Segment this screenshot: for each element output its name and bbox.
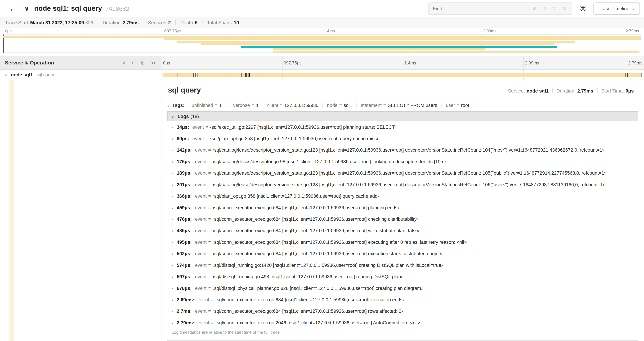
minimap-canvas[interactable] [3, 34, 641, 53]
log-marker-tick [245, 73, 245, 77]
log-row-chevron-icon: › [172, 308, 173, 314]
log-row[interactable]: ›495μs:event=‹sql/conn_executor_exec.go:… [167, 236, 638, 248]
span-accent-strip [10, 80, 14, 341]
log-field-value: ‹sql/distsql_running.go:498 [nsql1,clien… [212, 274, 402, 279]
summary-value: March 31 2022, 17:25:09 [30, 20, 84, 25]
equals-sign: = [206, 124, 208, 129]
logs-list: ›34μs:event=‹sql/exec_util.go:2297 [nsql… [167, 121, 638, 328]
search-focus-icon[interactable]: ⊕ [532, 6, 537, 11]
log-row[interactable]: ›176μs:event=‹sql/catalog/descs/descript… [167, 156, 638, 167]
logs-accordion-header[interactable]: ∨ Logs (18) [167, 111, 638, 121]
log-row-chevron-icon: › [172, 320, 173, 326]
expand-all-icon[interactable]: ≫ [151, 61, 156, 65]
log-row[interactable]: ›80μs:event=‹sql/plan_opt.go:358 [nsql1,… [167, 133, 638, 144]
minimap-span-bar [241, 46, 557, 48]
log-fields: event=‹sql/catalog/lease/descriptor_vers… [195, 170, 606, 176]
tags-accordion[interactable]: › Tags: _unfinished=1_verbose=1client=12… [167, 99, 638, 111]
meta-service-value: node sql1 [527, 88, 548, 93]
span-id-row: SpanID: 4877749850101760812 [167, 340, 638, 341]
log-field-value: ‹sql/exec_util.go:2297 [nsql1,client=127… [210, 124, 396, 129]
log-row[interactable]: ›34μs:event=‹sql/exec_util.go:2297 [nsql… [167, 121, 638, 133]
log-timestamp: 176μs: [177, 159, 192, 164]
log-row[interactable]: ›502μs:event=‹sql/conn_executor_exec.go:… [167, 248, 638, 259]
equals-sign: = [208, 308, 211, 313]
span-duration-bar[interactable] [163, 73, 642, 77]
logs-title: Logs [178, 114, 189, 119]
timeline-gridline [523, 56, 524, 70]
next-match-icon[interactable]: ∨ [552, 6, 556, 11]
back-arrow-icon[interactable]: ← [6, 4, 20, 13]
span-name-column [0, 80, 161, 341]
log-fields: event=‹sql/catalog/descs/descriptor.go:9… [195, 159, 446, 164]
log-field-key: event [195, 308, 206, 313]
equals-sign: = [208, 205, 211, 210]
collapse-one-icon[interactable]: ∨ [122, 61, 126, 65]
log-row[interactable]: ›189μs:event=‹sql/catalog/lease/descript… [167, 167, 638, 179]
minimap-span-bar [273, 51, 639, 53]
span-bar-track[interactable] [161, 70, 644, 80]
trace-collapse-chevron-icon[interactable]: ∨ [24, 5, 29, 12]
equals-sign: = [383, 103, 386, 108]
log-marker-tick [177, 73, 177, 77]
log-row[interactable]: ›574μs:event=‹sql/distsql_running.go:142… [167, 259, 638, 271]
trace-timeline-view-button[interactable]: Trace Timeline ∨ [594, 2, 640, 15]
log-row[interactable]: ›476μs:event=‹sql/conn_executor_exec.go:… [167, 213, 638, 225]
tag-value: sql1 [344, 103, 352, 108]
log-row[interactable]: ›2.79ms:event=‹sql/conn_executor_exec.go… [167, 317, 638, 328]
span-collapse-chevron-icon[interactable]: ∨ [4, 73, 7, 77]
log-row-chevron-icon: › [172, 205, 173, 211]
equals-sign: = [208, 239, 211, 244]
log-field-key: event [195, 216, 206, 221]
log-field-key: event [195, 274, 206, 279]
log-row[interactable]: ›459μs:event=‹sql/conn_executor_exec.go:… [167, 202, 638, 213]
summary-label: Total Spans [207, 20, 232, 25]
log-row[interactable]: ›597μs:event=‹sql/distsql_running.go:498… [167, 271, 638, 282]
timeline-tick-label: 0μs [163, 61, 170, 65]
span-name-cell[interactable]: ∨ node sql1 sql query [0, 70, 161, 80]
span-detail-meta: Service:node sql1 Duration:2.79ms Start … [504, 88, 638, 93]
log-fields: event=‹sql/conn_executor_exec.go:684 [ns… [195, 250, 442, 256]
tag-item: node=sql1 [322, 103, 356, 108]
log-row[interactable]: ›366μs:event=‹sql/plan_opt.go:358 [nsql1… [167, 190, 638, 202]
span-row: ∨ node sql1 sql query [0, 70, 644, 80]
log-timestamp: 597μs: [177, 274, 192, 279]
equals-sign: = [208, 182, 211, 187]
log-row[interactable]: ›2.69ms:event=‹sql/conn_executor_exec.go… [167, 294, 638, 305]
log-field-key: event [192, 136, 204, 141]
log-row[interactable]: ›201μs:event=‹sql/catalog/lease/descript… [167, 179, 638, 190]
log-field-key: event [195, 251, 206, 256]
log-row[interactable]: ›142μs:event=‹sql/catalog/lease/descript… [167, 144, 638, 156]
span-service-name: node sql1 [11, 72, 33, 77]
logs-count: (18) [190, 114, 199, 119]
log-timestamp: 2.7ms: [177, 308, 192, 314]
log-field-value: ‹sql/conn_executor_exec.go:684 [nsql1,cl… [212, 216, 418, 221]
log-timestamp: 201μs: [177, 181, 192, 187]
tag-item: statement=SELECT * FROM users [356, 103, 442, 108]
log-timestamp: 366μs: [177, 193, 192, 199]
log-timestamp: 476μs: [177, 216, 192, 222]
trace-timeline-view-label: Trace Timeline [599, 6, 630, 11]
log-fields: event=‹sql/catalog/lease/descriptor_vers… [195, 181, 604, 187]
log-field-value: ‹sql/distsql_running.go:1420 [nsql1,clie… [212, 262, 443, 267]
log-field-key: event [195, 205, 206, 210]
log-fields: event=‹sql/plan_opt.go:358 [nsql1,client… [192, 136, 378, 141]
equals-sign: = [208, 159, 211, 164]
summary-item: Total Spans10 [202, 20, 244, 25]
prev-match-icon[interactable]: ∧ [543, 6, 546, 11]
log-field-key: event [192, 124, 204, 129]
keyboard-shortcuts-icon[interactable]: ⌘ [578, 5, 588, 12]
minimap-span-bar [273, 48, 484, 50]
collapse-all-icon[interactable]: ≫ [140, 60, 144, 66]
log-fields: event=‹sql/conn_executor_exec.go:684 [ns… [195, 204, 399, 210]
minimap-span-bar [201, 43, 554, 45]
find-input[interactable] [429, 6, 527, 11]
log-row[interactable]: ›486μs:event=‹sql/conn_executor_exec.go:… [167, 225, 638, 236]
log-row[interactable]: ›2.7ms:event=‹sql/conn_executor_exec.go:… [167, 305, 638, 317]
log-row[interactable]: ›678μs:event=‹sql/distsql_physical_plann… [167, 282, 638, 294]
expand-one-icon[interactable]: › [132, 61, 133, 65]
clear-search-icon[interactable]: ✕ [562, 6, 566, 11]
log-fields: event=‹sql/conn_executor_exec.go:2046 [n… [198, 320, 422, 325]
log-fields: event=‹sql/conn_executor_exec.go:684 [ns… [195, 239, 468, 245]
summary-value-suffix: .326 [84, 20, 93, 25]
log-fields: event=‹sql/conn_executor_exec.go:684 [ns… [195, 227, 420, 233]
